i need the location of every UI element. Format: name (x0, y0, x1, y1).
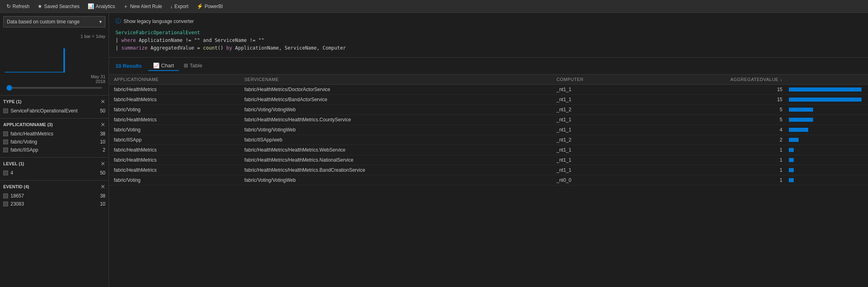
bar-container (789, 97, 866, 102)
table-row[interactable]: fabric/HealthMetrics fabric/HealthMetric… (109, 84, 868, 94)
table-body: fabric/HealthMetrics fabric/HealthMetric… (109, 84, 868, 185)
analytics-label: Analytics (96, 4, 115, 9)
filter-checkbox[interactable] (3, 139, 8, 144)
filter-item-count: 10 (100, 201, 105, 207)
bar-container (789, 177, 866, 183)
cell-bar (787, 94, 868, 104)
filter-item[interactable]: 450 (3, 169, 105, 177)
saved-searches-button[interactable]: ★ Saved Searches (34, 2, 83, 11)
cell-servicename: fabric/Voting/VotingWeb (239, 104, 551, 114)
filter-item-left: 23083 (3, 201, 24, 207)
main-layout: Data based on custom time range ▾ 1 bar … (0, 13, 868, 287)
legacy-toggle[interactable]: ⓘ Show legacy language converter (115, 18, 862, 25)
chart-bar (41, 72, 43, 73)
query-area: ⓘ Show legacy language converter Service… (109, 13, 868, 58)
chart-bar (15, 72, 17, 73)
cell-aggregatedvalue: 1 (639, 165, 787, 175)
filter-item-name: fabric/IISApp (10, 147, 38, 153)
powerbi-icon: ⚡ (197, 3, 203, 9)
filter-close-level[interactable]: ✕ (101, 161, 105, 166)
cell-computer: _nt0_0 (551, 175, 639, 185)
filter-section-eventid: EVENTID (4)✕18657382308310 (0, 180, 109, 211)
table-row[interactable]: fabric/HealthMetrics fabric/HealthMetric… (109, 165, 868, 175)
chart-bar (59, 72, 61, 73)
filter-checkbox[interactable] (3, 202, 8, 206)
filter-checkbox[interactable] (3, 193, 8, 198)
chart-bar-active (63, 48, 65, 73)
filter-item-left: fabric/IISApp (3, 147, 38, 153)
cell-bar (787, 114, 868, 125)
chart-bar (33, 72, 35, 73)
results-count: 10 Results (115, 63, 142, 69)
filter-checkbox[interactable] (3, 148, 8, 152)
table-row[interactable]: fabric/IISApp fabric/IISApp/web _nt1_2 2 (109, 135, 868, 145)
col-servicename[interactable]: SERVICENAME (239, 75, 551, 85)
filter-item[interactable]: ServiceFabricOperationalEvent50 (3, 107, 105, 115)
filter-item[interactable]: fabric/HealthMetrics38 (3, 130, 105, 138)
filter-item[interactable]: fabric/Voting10 (3, 138, 105, 146)
filter-item-count: 10 (100, 139, 105, 145)
query-editor[interactable]: ServiceFabricOperationalEvent | where Ap… (115, 29, 862, 52)
bar-container (789, 127, 866, 133)
slider-track[interactable] (6, 87, 102, 89)
chart-bar (11, 72, 13, 73)
results-area: 10 Results 📈 Chart ⊞ Table (109, 58, 868, 287)
cell-servicename: fabric/HealthMetrics/HealthMetrics.Count… (239, 114, 551, 125)
chart-bar (9, 72, 10, 73)
tab-chart[interactable]: 📈 Chart (148, 61, 179, 71)
filter-close-type[interactable]: ✕ (101, 99, 105, 104)
analytics-button[interactable]: 📊 Analytics (84, 2, 118, 11)
results-header: 10 Results 📈 Chart ⊞ Table (109, 58, 868, 75)
time-range-selector[interactable]: Data based on custom time range ▾ (3, 16, 105, 27)
chart-bar (23, 72, 25, 73)
cell-servicename: fabric/HealthMetrics/DoctorActorService (239, 84, 551, 94)
filter-close-eventid[interactable]: ✕ (101, 184, 105, 189)
chart-bar (43, 72, 45, 73)
filter-item[interactable]: 2308310 (3, 200, 105, 208)
col-aggregatedvalue[interactable]: AGGREGATEDVALUE ↓ (639, 75, 787, 85)
cell-aggregatedvalue: 1 (639, 155, 787, 165)
filter-item-count: 38 (100, 193, 105, 199)
filter-checkbox[interactable] (3, 171, 8, 175)
table-row[interactable]: fabric/Voting fabric/Voting/VotingWeb _n… (109, 175, 868, 185)
filter-item[interactable]: 1865738 (3, 192, 105, 200)
filter-title-type: TYPE (1) (3, 99, 21, 104)
table-tab-icon: ⊞ (184, 62, 188, 69)
col-computer[interactable]: COMPUTER (551, 75, 639, 85)
filter-section-type: TYPE (1)✕ServiceFabricOperationalEvent50 (0, 95, 109, 118)
new-alert-button[interactable]: ＋ New Alert Rule (120, 1, 165, 12)
table-row[interactable]: fabric/HealthMetrics fabric/HealthMetric… (109, 114, 868, 125)
table-row[interactable]: fabric/HealthMetrics fabric/HealthMetric… (109, 155, 868, 165)
chart-bar (13, 72, 15, 73)
sidebar-resize-handle[interactable] (107, 13, 109, 287)
table-row[interactable]: fabric/Voting fabric/Voting/VotingWeb _n… (109, 104, 868, 114)
export-button[interactable]: ↓ Export (167, 2, 192, 11)
cell-aggregatedvalue: 5 (639, 114, 787, 125)
cell-bar (787, 175, 868, 185)
cell-applicationname: fabric/HealthMetrics (109, 94, 239, 104)
table-row[interactable]: fabric/HealthMetrics fabric/HealthMetric… (109, 145, 868, 155)
table-row[interactable]: fabric/Voting fabric/Voting/VotingWeb _n… (109, 125, 868, 135)
filter-item-left: ServiceFabricOperationalEvent (3, 108, 78, 114)
col-applicationname[interactable]: APPLICATIONNAME (109, 75, 239, 85)
tab-table[interactable]: ⊞ Table (179, 61, 207, 71)
chart-bar (19, 72, 21, 73)
powerbi-button[interactable]: ⚡ PowerBI (193, 2, 226, 11)
refresh-button[interactable]: ↻ Refresh (3, 2, 33, 11)
bar-fill (789, 168, 794, 172)
bar-fill (789, 98, 862, 102)
col-bar-chart (787, 75, 868, 85)
chart-bar (29, 72, 31, 73)
star-icon: ★ (38, 3, 42, 9)
table-row[interactable]: fabric/HealthMetrics fabric/HealthMetric… (109, 94, 868, 104)
filter-item[interactable]: fabric/IISApp2 (3, 146, 105, 154)
chevron-down-icon: ▾ (99, 19, 102, 25)
cell-bar (787, 155, 868, 165)
filter-checkbox[interactable] (3, 131, 8, 136)
filter-checkbox[interactable] (3, 108, 8, 113)
filter-close-applicationname[interactable]: ✕ (101, 122, 105, 127)
cell-applicationname: fabric/Voting (109, 125, 239, 135)
chart-bar (57, 72, 59, 73)
filter-section-applicationname: APPLICATIONNAME (3)✕fabric/HealthMetrics… (0, 118, 109, 157)
slider-thumb[interactable] (6, 85, 12, 91)
